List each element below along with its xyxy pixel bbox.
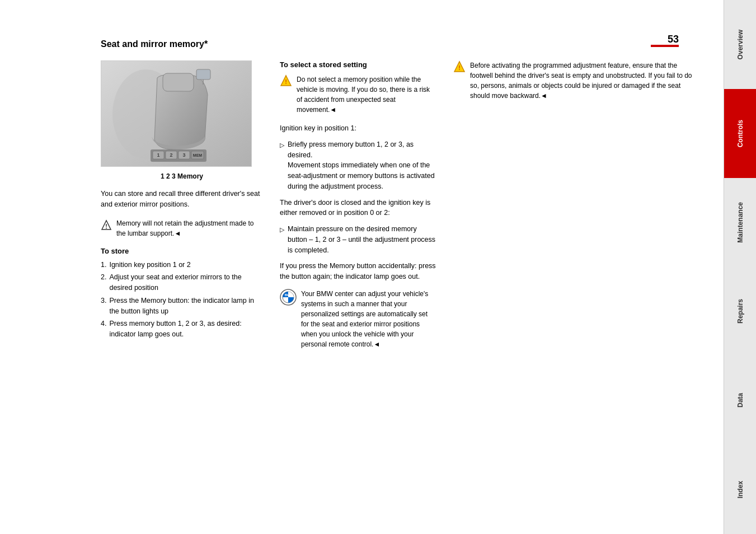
svg-text:BMW: BMW bbox=[285, 293, 292, 297]
right-warning-box: ! Before activating the programmed adjus… bbox=[453, 60, 696, 101]
svg-text:1: 1 bbox=[157, 152, 159, 158]
bmw-info-box: BMW Your BMW center can adjust your vehi… bbox=[280, 289, 436, 349]
svg-text:2: 2 bbox=[170, 152, 172, 158]
note-box: Memory will not retain the adjustment ma… bbox=[101, 218, 263, 238]
sidebar-tab-controls[interactable]: Controls bbox=[724, 89, 756, 178]
to-store-heading: To store bbox=[101, 247, 263, 255]
image-inner: 1 2 3 MEM bbox=[101, 61, 251, 166]
to-select-heading: To select a stored setting bbox=[280, 60, 436, 69]
sidebar: Overview Controls Maintenance Repairs Da… bbox=[724, 0, 756, 534]
step-text: Press memory button 1, 2 or 3, as desire… bbox=[109, 318, 263, 340]
step1-text: Briefly press memory button 1, 2 or 3, a… bbox=[288, 140, 414, 159]
svg-rect-4 bbox=[163, 73, 194, 91]
sidebar-tab-repairs[interactable]: Repairs bbox=[724, 267, 756, 356]
page-number-line bbox=[651, 45, 679, 47]
page-container: Seat and mirror memory* 53 bbox=[0, 0, 756, 534]
store-steps-list: 1. Ignition key position 1 or 2 2. Adjus… bbox=[101, 260, 263, 340]
info-text: Your BMW center can adjust your vehicle'… bbox=[301, 289, 436, 349]
bmw-logo-icon: BMW bbox=[280, 289, 297, 306]
svg-text:!: ! bbox=[285, 78, 287, 85]
list-item: 1. Ignition key position 1 or 2 bbox=[101, 260, 263, 270]
step-text: Adjust your seat and exterior mirrors to… bbox=[109, 272, 263, 293]
right-column: ! Before activating the programmed adjus… bbox=[453, 60, 696, 349]
triangle-note-icon bbox=[101, 219, 112, 231]
sidebar-tab-index[interactable]: Index bbox=[724, 445, 756, 534]
note-text: Memory will not retain the adjustment ma… bbox=[116, 218, 263, 238]
content-columns: 1 2 3 MEM 1 2 3 Memory You can store and… bbox=[101, 60, 696, 349]
warning-triangle-icon: ! bbox=[280, 74, 292, 87]
step2-item: ▷ Maintain pressure on the desired memor… bbox=[280, 224, 436, 255]
step1-arrow: ▷ bbox=[280, 140, 284, 192]
step-text: Press the Memory button: the indicator l… bbox=[109, 296, 263, 317]
door-text: The driver's door is closed and the igni… bbox=[280, 198, 436, 219]
main-content: Seat and mirror memory* 53 bbox=[0, 0, 724, 534]
svg-rect-2 bbox=[196, 69, 210, 79]
step-num: 3. bbox=[101, 296, 106, 317]
list-item: 4. Press memory button 1, 2 or 3, as des… bbox=[101, 318, 263, 340]
step2-arrow: ▷ bbox=[280, 225, 284, 255]
step2-text: Maintain pressure on the desired memory … bbox=[288, 224, 436, 255]
section-title: Seat and mirror memory* bbox=[101, 39, 696, 49]
sidebar-label-controls: Controls bbox=[736, 120, 744, 147]
svg-text:MEM: MEM bbox=[193, 153, 203, 157]
sidebar-label-repairs: Repairs bbox=[736, 299, 744, 324]
svg-point-16 bbox=[106, 227, 107, 228]
step-num: 2. bbox=[101, 272, 106, 293]
sidebar-tab-data[interactable]: Data bbox=[724, 356, 756, 445]
step-num: 4. bbox=[101, 318, 106, 340]
step-text: Ignition key position 1 or 2 bbox=[109, 260, 190, 270]
svg-text:!: ! bbox=[458, 64, 461, 71]
svg-text:3: 3 bbox=[182, 152, 185, 158]
memory-label: 1 2 3 Memory bbox=[101, 172, 263, 180]
middle-column: To select a stored setting ! Do not sele… bbox=[280, 60, 436, 349]
sidebar-tab-overview[interactable]: Overview bbox=[724, 0, 756, 89]
seat-svg: 1 2 3 MEM bbox=[101, 61, 252, 167]
sidebar-label-overview: Overview bbox=[736, 30, 744, 59]
left-column: 1 2 3 MEM 1 2 3 Memory You can store and… bbox=[101, 60, 263, 349]
memory-note: If you press the Memory button accidenta… bbox=[280, 261, 436, 282]
left-description: You can store and recall three different… bbox=[101, 189, 263, 210]
step1-sub: Movement stops immediately when one of t… bbox=[288, 161, 435, 190]
right-warning-text: Before activating the programmed adjustm… bbox=[470, 60, 696, 101]
step-num: 1. bbox=[101, 260, 106, 270]
ignition-text: Ignition key in position 1: bbox=[280, 123, 436, 134]
step1-item: ▷ Briefly press memory button 1, 2 or 3,… bbox=[280, 139, 436, 192]
list-item: 2. Adjust your seat and exterior mirrors… bbox=[101, 272, 263, 293]
sidebar-label-maintenance: Maintenance bbox=[736, 202, 744, 243]
sidebar-tab-maintenance[interactable]: Maintenance bbox=[724, 178, 756, 267]
right-warning-triangle-icon: ! bbox=[453, 60, 466, 73]
select-warning-box: ! Do not select a memory position while … bbox=[280, 74, 436, 115]
list-item: 3. Press the Memory button: the indicato… bbox=[101, 296, 263, 317]
warning-text: Do not select a memory position while th… bbox=[297, 74, 436, 115]
sidebar-label-index: Index bbox=[736, 481, 744, 498]
seat-image: 1 2 3 MEM bbox=[101, 60, 252, 167]
page-number: 53 bbox=[668, 34, 679, 45]
sidebar-label-data: Data bbox=[736, 393, 744, 407]
